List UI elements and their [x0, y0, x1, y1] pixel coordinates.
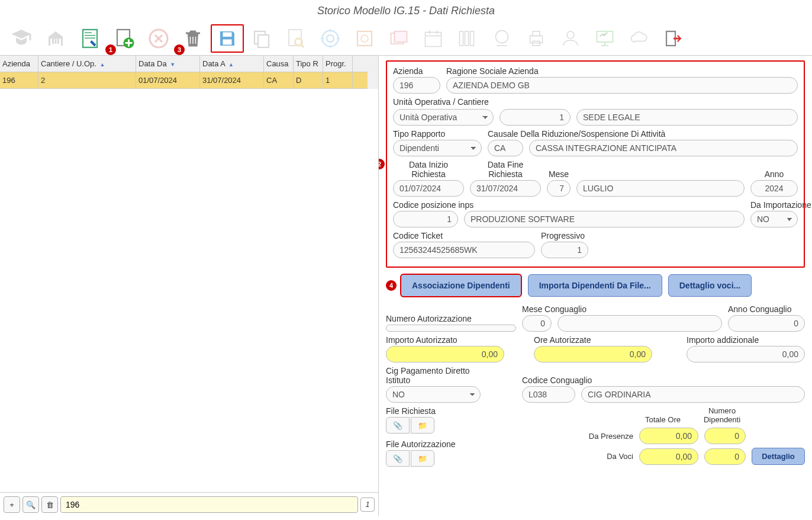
page-indicator: 1	[360, 497, 375, 512]
toolbar-delete-icon[interactable]: 3	[176, 24, 210, 53]
select-tipo-rapporto[interactable]: Dipendenti	[393, 140, 482, 156]
toolbar-cancel-icon[interactable]	[142, 24, 175, 53]
svg-rect-12	[357, 31, 372, 46]
field-imp-add[interactable]: 0,00	[687, 346, 805, 362]
svg-point-10	[323, 31, 339, 47]
field-anno-cong[interactable]: 0	[728, 315, 805, 332]
toolbar-graduate-icon[interactable]	[5, 24, 38, 53]
toolbar-images-icon[interactable]	[382, 24, 415, 53]
toolbar-books-icon[interactable]	[451, 24, 484, 53]
svg-point-13	[361, 35, 368, 42]
btn-dettaglio-small[interactable]: Dettaglio	[752, 448, 805, 465]
field-ore-auth[interactable]: 0,00	[534, 346, 652, 362]
file-rich-attach[interactable]: 📎	[386, 417, 410, 434]
svg-rect-4	[223, 33, 232, 37]
field-azienda[interactable]: 196	[393, 77, 440, 94]
field-cod-cong-desc[interactable]: CIG ORDINARIA	[581, 386, 805, 403]
select-da-import[interactable]: NO	[750, 211, 798, 227]
toolbar-search-doc-icon[interactable]	[279, 24, 312, 53]
svg-rect-7	[258, 35, 269, 47]
btn-dettaglio-voci[interactable]: Dettaglio voci...	[668, 274, 752, 297]
grid-header: Azienda Cantiere / U.Op. ▲ Data Da ▼ Dat…	[0, 56, 368, 72]
file-rich-open[interactable]: 📁	[411, 417, 434, 434]
toolbar-save-icon[interactable]	[211, 24, 244, 53]
field-causale-code[interactable]: CA	[488, 140, 523, 156]
toolbar-calendar-icon[interactable]	[417, 24, 450, 53]
toolbar-safe-icon[interactable]	[348, 24, 381, 53]
col-cantiere[interactable]: Cantiere / U.Op. ▲	[38, 56, 136, 72]
field-anno[interactable]: 2024	[750, 180, 798, 197]
svg-rect-19	[471, 31, 474, 46]
toolbar-print-icon[interactable]	[520, 24, 553, 53]
form-panel: 2 Azienda196 Ragione Sociale AziendaAZIE…	[379, 56, 812, 516]
btn-associazione[interactable]: Associazione Dipendenti	[400, 274, 522, 297]
grid-footer: + 🔍 🗑 1	[0, 492, 378, 516]
col-progr[interactable]: Progr.	[323, 56, 353, 72]
toolbar-webcam-icon[interactable]	[485, 24, 518, 53]
field-mese-cong-desc[interactable]	[558, 315, 722, 332]
delete-row-button[interactable]: 🗑	[41, 496, 58, 513]
form-section-main: 2 Azienda196 Ragione Sociale AziendaAZIE…	[386, 60, 805, 268]
svg-point-24	[567, 31, 574, 38]
field-voci-ore[interactable]: 0,00	[639, 448, 698, 465]
field-imp-auth[interactable]: 0,00	[386, 346, 504, 362]
field-ragione[interactable]: AZIENDA DEMO GB	[446, 77, 798, 94]
field-mese-cong[interactable]: 0	[522, 315, 552, 332]
field-cod-cong[interactable]: L038	[522, 386, 575, 403]
svg-rect-16	[426, 33, 442, 47]
svg-rect-5	[223, 40, 232, 45]
field-pres-dip[interactable]: 0	[704, 428, 746, 444]
field-progressivo[interactable]: 1	[541, 242, 588, 258]
toolbar: 1 3	[0, 22, 812, 56]
badge-3: 3	[174, 44, 185, 55]
grid-row[interactable]: 196 2 01/07/2024 31/07/2024 CA D 1	[0, 72, 368, 89]
field-cod-ticket[interactable]: 12563244525685WK	[393, 242, 535, 258]
col-tipo[interactable]: Tipo R	[294, 56, 323, 72]
btn-importa[interactable]: Importa Dipendenti Da File...	[528, 274, 662, 297]
toolbar-monitor-icon[interactable]	[588, 24, 621, 53]
file-auth-open[interactable]: 📁	[411, 450, 434, 467]
search-input[interactable]	[60, 496, 358, 513]
toolbar-building-icon[interactable]	[39, 24, 72, 53]
col-azienda[interactable]: Azienda	[0, 56, 38, 72]
field-num-auth[interactable]	[386, 325, 516, 332]
svg-rect-21	[530, 36, 543, 43]
toolbar-exit-icon[interactable]	[657, 24, 690, 53]
file-auth-attach[interactable]: 📎	[386, 450, 410, 467]
badge-1: 1	[105, 44, 116, 55]
toolbar-copy-icon[interactable]	[245, 24, 278, 53]
field-unita-desc[interactable]: SEDE LEGALE	[576, 109, 798, 126]
col-data-da[interactable]: Data Da ▼	[136, 56, 200, 72]
field-cod-inps[interactable]: 1	[393, 211, 458, 227]
field-voci-dip[interactable]: 0	[704, 448, 746, 465]
svg-rect-15	[395, 31, 407, 42]
svg-rect-25	[597, 31, 613, 42]
toolbar-cloud-icon[interactable]	[623, 24, 656, 53]
select-unita[interactable]: Unità Operativa	[393, 109, 494, 126]
badge-2: 2	[379, 159, 385, 169]
field-data-fine[interactable]: 31/07/2024	[470, 180, 541, 197]
svg-rect-22	[533, 31, 540, 36]
field-mese-desc[interactable]: LUGLIO	[576, 180, 745, 197]
field-cod-inps-desc[interactable]: PRODUZIONE SOFTWARE	[464, 211, 745, 227]
field-data-inizio[interactable]: 01/07/2024	[393, 180, 464, 197]
window-title: Storico Modello IG.15 - Dati Richiesta	[0, 0, 812, 22]
svg-point-20	[496, 31, 508, 43]
field-mese[interactable]: 7	[547, 180, 571, 197]
left-grid-panel: Azienda Cantiere / U.Op. ▲ Data Da ▼ Dat…	[0, 56, 379, 516]
field-unita-code[interactable]: 1	[500, 109, 571, 126]
vertical-scrollbar[interactable]	[368, 56, 378, 89]
field-pres-ore[interactable]: 0,00	[639, 428, 698, 444]
toolbar-new-icon[interactable]: 1	[108, 24, 141, 53]
toolbar-user-icon[interactable]	[554, 24, 587, 53]
field-causale-desc[interactable]: CASSA INTEGRAZIONE ANTICIPATA	[529, 140, 798, 156]
col-causa[interactable]: Causa	[264, 56, 294, 72]
select-cig-pag[interactable]: NO	[386, 386, 481, 403]
col-data-a[interactable]: Data A ▲	[200, 56, 264, 72]
search-button[interactable]: 🔍	[22, 496, 39, 513]
add-button[interactable]: +	[4, 496, 20, 513]
svg-rect-18	[465, 31, 469, 46]
svg-rect-17	[460, 31, 463, 46]
toolbar-edit-icon[interactable]	[73, 24, 107, 53]
toolbar-target-icon[interactable]	[314, 24, 347, 53]
